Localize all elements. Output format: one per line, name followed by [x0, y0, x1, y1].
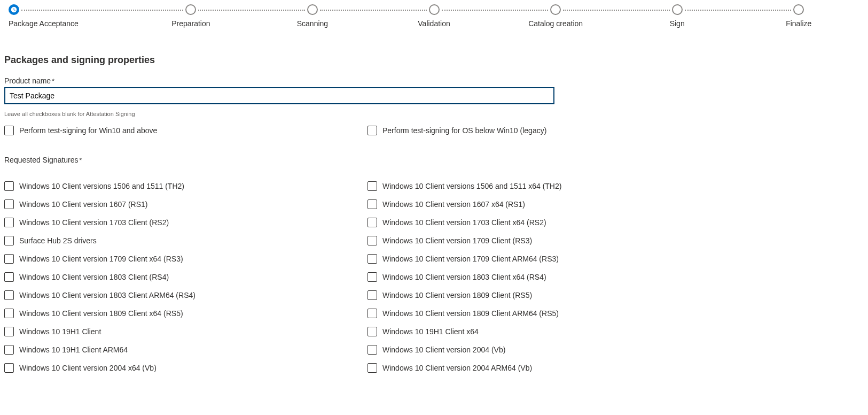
- signature-option: Windows 10 Client version 1803 Client x6…: [367, 268, 709, 286]
- wizard-stepper: Package AcceptancePreparationScanningVal…: [4, 4, 864, 28]
- signature-checkbox[interactable]: [367, 309, 377, 318]
- test-sign-legacy-checkbox[interactable]: [367, 126, 377, 135]
- signature-checkbox[interactable]: [367, 327, 377, 336]
- signature-label[interactable]: Windows 10 Client version 1709 Client (R…: [382, 236, 532, 245]
- signature-checkbox[interactable]: [4, 327, 14, 336]
- step-preparation[interactable]: Preparation: [130, 4, 252, 28]
- signature-checkbox[interactable]: [4, 309, 14, 318]
- signature-checkbox[interactable]: [4, 218, 14, 227]
- signature-label[interactable]: Windows 10 Client version 1803 Client AR…: [19, 291, 196, 299]
- signature-label[interactable]: Windows 10 Client version 1809 Client AR…: [382, 309, 559, 318]
- section-title: Packages and signing properties: [4, 55, 864, 66]
- requested-signatures-label: Requested Signatures: [4, 156, 864, 164]
- step-finalize[interactable]: Finalize: [738, 4, 859, 28]
- signature-checkbox[interactable]: [367, 218, 377, 227]
- step-circle-icon: [793, 4, 804, 15]
- signature-option: Windows 10 Client version 2004 x64 (Vb): [4, 359, 346, 377]
- step-label: Sign: [670, 19, 685, 28]
- step-scanning[interactable]: Scanning: [252, 4, 373, 28]
- signature-option: Windows 10 Client version 1709 Client AR…: [367, 250, 709, 268]
- signature-option: Surface Hub 2S drivers: [4, 232, 346, 250]
- step-circle-icon: [185, 4, 196, 15]
- test-sign-win10-checkbox[interactable]: [4, 126, 14, 135]
- signature-label[interactable]: Windows 10 19H1 Client: [19, 327, 101, 336]
- step-catalog-creation[interactable]: Catalog creation: [495, 4, 616, 28]
- signature-checkbox[interactable]: [4, 181, 14, 191]
- signature-checkbox[interactable]: [4, 272, 14, 282]
- step-connector: [563, 10, 670, 11]
- signature-option: Windows 10 Client version 1803 Client (R…: [4, 268, 346, 286]
- test-sign-legacy-label[interactable]: Perform test-signing for OS below Win10 …: [382, 126, 546, 135]
- signature-checkbox[interactable]: [367, 345, 377, 355]
- step-circle-icon: [429, 4, 440, 15]
- signature-label[interactable]: Windows 10 Client versions 1506 and 1511…: [382, 182, 561, 190]
- signature-checkbox[interactable]: [367, 199, 377, 209]
- signature-option: Windows 10 19H1 Client x64: [367, 322, 709, 341]
- step-label: Validation: [418, 19, 450, 28]
- product-name-label: Product name: [4, 76, 864, 85]
- step-label: Finalize: [786, 19, 811, 28]
- step-sign[interactable]: Sign: [616, 4, 738, 28]
- signature-option: Windows 10 Client version 2004 ARM64 (Vb…: [367, 359, 709, 377]
- attestation-hint: Leave all checkboxes blank for Attestati…: [4, 111, 864, 117]
- step-circle-icon: [307, 4, 318, 15]
- signature-option: Windows 10 19H1 Client ARM64: [4, 341, 346, 359]
- signature-label[interactable]: Windows 10 Client versions 1506 and 1511…: [19, 182, 184, 190]
- signature-label[interactable]: Windows 10 Client version 1703 Client x6…: [382, 218, 546, 227]
- step-connector: [442, 10, 549, 11]
- signature-checkbox[interactable]: [4, 199, 14, 209]
- signature-option: Windows 10 Client version 1809 Client AR…: [367, 304, 709, 322]
- signature-label[interactable]: Windows 10 Client version 1709 Client AR…: [382, 255, 559, 263]
- signature-checkbox[interactable]: [4, 345, 14, 355]
- signature-label[interactable]: Windows 10 Client version 1803 Client x6…: [382, 273, 546, 281]
- step-circle-icon: [672, 4, 683, 15]
- signature-checkbox[interactable]: [4, 290, 14, 300]
- step-label: Scanning: [297, 19, 328, 28]
- signature-label[interactable]: Windows 10 Client version 1809 Client (R…: [382, 291, 532, 299]
- signature-option: Windows 10 Client versions 1506 and 1511…: [4, 177, 346, 195]
- signature-option: Windows 10 Client version 2004 (Vb): [367, 341, 709, 359]
- signature-label[interactable]: Windows 10 Client version 2004 ARM64 (Vb…: [382, 364, 532, 372]
- signatures-column-right: Windows 10 Client versions 1506 and 1511…: [367, 177, 709, 377]
- step-connector: [320, 10, 427, 11]
- step-circle-icon: [550, 4, 561, 15]
- signature-label[interactable]: Windows 10 19H1 Client ARM64: [19, 345, 128, 354]
- signature-label[interactable]: Windows 10 Client version 1809 Client x6…: [19, 309, 183, 318]
- signature-option: Windows 10 Client version 1809 Client (R…: [367, 286, 709, 304]
- signature-checkbox[interactable]: [367, 181, 377, 191]
- step-validation[interactable]: Validation: [373, 4, 495, 28]
- step-label: Catalog creation: [528, 19, 583, 28]
- signature-checkbox[interactable]: [4, 363, 14, 373]
- signature-checkbox[interactable]: [4, 236, 14, 245]
- step-connector: [198, 10, 305, 11]
- signature-checkbox[interactable]: [367, 363, 377, 373]
- signature-checkbox[interactable]: [367, 254, 377, 264]
- signature-option: Windows 10 Client version 1803 Client AR…: [4, 286, 346, 304]
- step-label: Preparation: [171, 19, 210, 28]
- signature-label[interactable]: Windows 10 Client version 2004 x64 (Vb): [19, 364, 157, 372]
- signature-checkbox[interactable]: [367, 272, 377, 282]
- signature-option: Windows 10 Client version 1709 Client (R…: [367, 232, 709, 250]
- signature-label[interactable]: Windows 10 Client version 1607 (RS1): [19, 200, 147, 209]
- test-sign-win10-label[interactable]: Perform test-signing for Win10 and above: [19, 126, 157, 135]
- signature-option: Windows 10 19H1 Client: [4, 322, 346, 341]
- signature-label[interactable]: Windows 10 Client version 1607 x64 (RS1): [382, 200, 525, 209]
- step-label: Package Acceptance: [9, 19, 79, 28]
- signatures-column-left: Windows 10 Client versions 1506 and 1511…: [4, 177, 346, 377]
- signature-label[interactable]: Windows 10 19H1 Client x64: [382, 327, 479, 336]
- signature-option: Windows 10 Client versions 1506 and 1511…: [367, 177, 709, 195]
- signature-label[interactable]: Windows 10 Client version 1703 Client (R…: [19, 218, 169, 227]
- signature-checkbox[interactable]: [367, 290, 377, 300]
- step-package-acceptance[interactable]: Package Acceptance: [9, 4, 130, 28]
- signature-label[interactable]: Windows 10 Client version 2004 (Vb): [382, 345, 505, 354]
- clock-icon: [9, 4, 19, 15]
- product-name-input[interactable]: [4, 87, 554, 104]
- signature-option: Windows 10 Client version 1703 Client x6…: [367, 213, 709, 232]
- signature-checkbox[interactable]: [4, 254, 14, 264]
- signature-label[interactable]: Windows 10 Client version 1803 Client (R…: [19, 273, 169, 281]
- signature-label[interactable]: Surface Hub 2S drivers: [19, 236, 97, 245]
- signature-option: Windows 10 Client version 1607 (RS1): [4, 195, 346, 213]
- signature-label[interactable]: Windows 10 Client version 1709 Client x6…: [19, 255, 183, 263]
- signature-option: Windows 10 Client version 1703 Client (R…: [4, 213, 346, 232]
- signature-checkbox[interactable]: [367, 236, 377, 245]
